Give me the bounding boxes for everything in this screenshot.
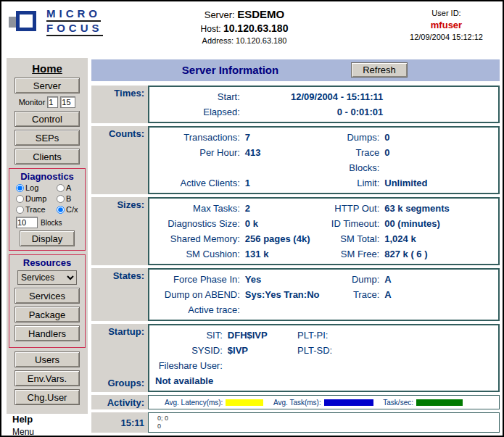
help-block: Help Menu This (7, 414, 88, 437)
micro-focus-logo-icon (9, 9, 41, 35)
plt-pi-label: PLT-PI: (296, 328, 373, 343)
http-out-label: HTTP Out: (323, 201, 383, 216)
control-button[interactable]: Control (15, 111, 80, 127)
radio-dump-input[interactable] (16, 195, 24, 203)
counts-row: Counts: Transactions:7 Dumps:0 Per Hour:… (91, 126, 500, 194)
clients-button[interactable]: Clients (15, 149, 80, 165)
dumps-value: 0 (383, 130, 498, 145)
resources-select[interactable]: Services (17, 270, 77, 285)
radio-b-input[interactable] (57, 195, 65, 203)
avg-task-label: Avg. Task(ms): (273, 399, 321, 407)
groups-value: Not available (149, 373, 498, 388)
dump-on-abend-value: Sys:Yes Tran:No (244, 287, 324, 302)
times-panel: Start:12/09/2004 - 15:11:11 Elapsed:0 - … (148, 86, 500, 123)
resources-title: Resources (11, 257, 83, 268)
dump-on-abend-label: Dump on ABEND: (149, 287, 244, 302)
diagnostics-size-label: Diagnostics Size: (149, 216, 244, 231)
diagnostics-size-value: 0 k (244, 216, 324, 231)
server-label: Server: (205, 9, 235, 20)
trace-blocks-value: 0 (383, 145, 498, 175)
radio-log-input[interactable] (16, 184, 24, 192)
radio-trace[interactable]: Trace (16, 205, 57, 214)
per-hour-label: Per Hour: (149, 145, 244, 175)
server-name: ESDEMO (237, 8, 284, 20)
sidebar: Home Server Monitor Control SEPs Clients… (7, 58, 88, 414)
fileshare-user-label: Fileshare User: (149, 358, 226, 373)
title-bar: Server Information Refresh (91, 59, 500, 81)
sizes-row-label: Sizes: (91, 197, 148, 265)
address-value: 10.120.63.180 (236, 36, 286, 45)
latency-group: Avg. Latency(ms): (165, 399, 263, 407)
package-button[interactable]: Package (15, 307, 80, 322)
max-tasks-label: Max Tasks: (149, 201, 244, 216)
sizes-row: Sizes: Max Tasks:2 HTTP Out:63 k segment… (91, 197, 500, 265)
activity-row: Activity: Avg. Latency(ms): Avg. Task(ms… (91, 395, 500, 409)
diagnostics-group: Diagnostics Log A Dump (9, 168, 86, 251)
fileshare-user-value (226, 358, 296, 373)
start-label: Start: (149, 89, 244, 104)
activity-row-label: Activity: (91, 395, 148, 409)
groups-label: Groups: (91, 378, 144, 388)
plt-sd-label: PLT-SD: (296, 343, 373, 358)
startup-label: Startup: (91, 326, 144, 337)
logo-navy-square (16, 11, 36, 31)
radio-log-label: Log (25, 183, 38, 192)
counts-panel: Transactions:7 Dumps:0 Per Hour:413 Trac… (148, 126, 500, 194)
dump-state-value: A (383, 272, 498, 287)
radio-a-input[interactable] (57, 184, 65, 192)
radio-a[interactable]: A (57, 183, 83, 192)
host-label: Host: (201, 24, 221, 34)
avg-task-bar (324, 399, 373, 406)
radio-trace-input[interactable] (16, 206, 24, 214)
services-button[interactable]: Services (15, 288, 80, 304)
header-datetime: 12/09/2004 15:12:12 (397, 33, 495, 41)
radio-cx-input[interactable] (57, 206, 65, 214)
home-link[interactable]: Home (7, 62, 88, 75)
display-button[interactable]: Display (20, 230, 75, 246)
handlers-button[interactable]: Handlers (15, 325, 80, 341)
refresh-button-top[interactable]: Refresh (351, 62, 408, 78)
radio-cx[interactable]: C/x (57, 205, 83, 214)
radio-log[interactable]: Log (16, 183, 57, 192)
menu-link[interactable]: Menu (12, 427, 34, 437)
sizes-panel: Max Tasks:2 HTTP Out:63 k segments Diagn… (148, 197, 500, 265)
server-button[interactable]: Server (15, 78, 80, 93)
diagnostics-radios: Log A Dump B (11, 183, 83, 214)
dump-state-label: Dump: (323, 272, 383, 287)
radio-dump[interactable]: Dump (16, 194, 57, 203)
sysid-value: $IVP (226, 343, 296, 358)
sit-label: SIT: (149, 328, 226, 343)
chguser-button[interactable]: Chg.User (15, 389, 80, 405)
http-out-value: 63 k segments (383, 201, 498, 216)
users-button[interactable]: Users (15, 351, 80, 367)
limit-value: Unlimited (383, 175, 498, 191)
dumps-label: Dumps: (323, 130, 383, 145)
server-identity: Server: ESDEMO Host: 10.120.63.180 Addre… (150, 8, 339, 45)
latency-bar (226, 399, 263, 406)
elapsed-value: 0 - 0:01:01 (244, 104, 383, 120)
blocks-row: Blocks (11, 217, 83, 228)
left-rail: Home Server Monitor Control SEPs Clients… (7, 58, 88, 433)
transactions-value: 7 (244, 130, 324, 145)
host-value: 10.120.63.180 (223, 22, 289, 34)
logo-word-focus: FOCUS (46, 22, 103, 36)
task-per-sec-bar (416, 399, 463, 406)
per-hour-value: 413 (244, 145, 324, 175)
states-row-label: States: (91, 268, 148, 321)
latency-label: Avg. Latency(ms): (165, 399, 223, 407)
radio-b[interactable]: B (57, 194, 83, 203)
monitor-count-input[interactable] (60, 96, 75, 108)
sm-free-label: SM Free: (323, 246, 383, 262)
seps-button[interactable]: SEPs (15, 130, 80, 146)
active-trace-label: Active trace: (149, 302, 244, 317)
force-phase-in-value: Yes (244, 272, 324, 287)
transactions-label: Transactions: (149, 130, 244, 145)
blocks-input[interactable] (16, 217, 38, 228)
plt-sd-value (373, 343, 498, 358)
envvars-button[interactable]: Env.Vars. (15, 370, 80, 386)
user-info: User ID: mfuser 12/09/2004 15:12:12 (397, 9, 495, 41)
shared-memory-value: 256 pages (4k) (244, 231, 324, 246)
sm-total-value: 1,024 k (383, 231, 498, 246)
monitor-interval-input[interactable] (47, 96, 58, 108)
times-row-label: Times: (91, 86, 148, 123)
